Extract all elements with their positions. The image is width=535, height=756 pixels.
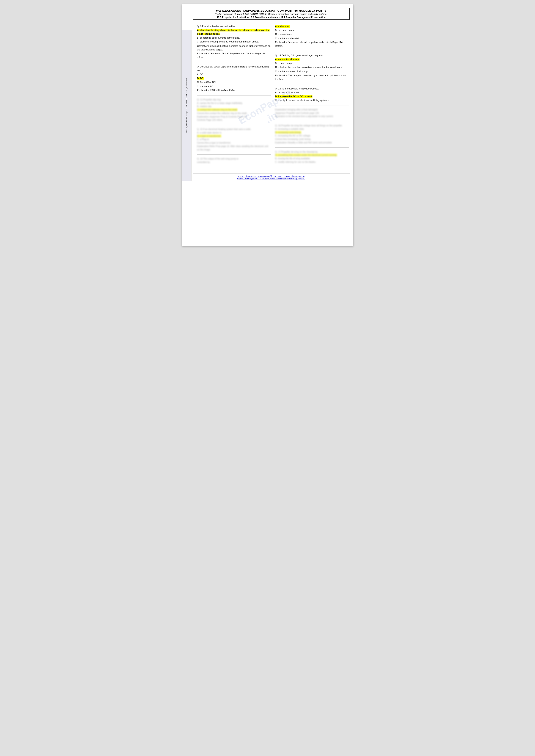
q10-answer-c: C. Both AC or DC. [197, 80, 271, 84]
document-page: DGCAQuestionPapers ( All CAR 66 Module E… [182, 4, 353, 246]
q10-question: Q. 10.Electrical power supplies on large… [197, 65, 271, 72]
q14-correct: Correct Ans-an electrical pump. [275, 69, 349, 73]
q15-question: Q. 15.To increase anti icing effectivene… [275, 87, 349, 91]
footer-link-2[interactable]: E-Mail- a.easa@yahoo.com 9769 3456 74 ww… [193, 177, 350, 180]
header-section: 17.5 Propeller Ice Protection 17.6 Prope… [195, 16, 348, 18]
q13-line2: controlled by. [197, 161, 271, 164]
q9-answer-c: C. electrical heating elements wound aro… [197, 40, 271, 43]
question-10: Q. 10.Electrical power supplies on large… [197, 65, 271, 92]
q14-answer-a: A. an electrical pump. [275, 58, 349, 61]
q17-line3: B. moving the life of icing available. [275, 157, 349, 160]
q11-line5: Correct Ans-contact the collector ring o… [197, 112, 271, 115]
q12-line1: Q. 12.If an electrical Heating system th… [197, 128, 271, 131]
divider-r3 [275, 105, 349, 105]
q11-line7: Controls Page 125 refers. [197, 118, 271, 122]
q13-answer-a-highlighted: A. a rheostat. [275, 25, 290, 28]
q12-line3: B. a type or transformer. [197, 135, 271, 138]
q9-answer-b: B. generating eddy currents in the blade… [197, 36, 271, 40]
q15-answer-b-highlighted: B. increase the AC or DC current. [275, 95, 313, 98]
q12-line6: Explanation.Refer Prop page 10. After cl… [197, 145, 271, 151]
divider-r4 [275, 121, 349, 122]
main-content: Q. 9.Propeller blades are de-iced by. A.… [193, 21, 353, 171]
right-column: A. a rheostat. B. the hand pump. C. a cy… [275, 25, 349, 167]
q13-correct: Correct Ans-a rheostat. [275, 37, 349, 40]
header-subtitle: Visit to download all latest EASA / DGCA… [195, 13, 348, 15]
q13-answer-c: C. a cyclic timer. [275, 32, 349, 36]
q16-line4: C. increasing the AC or DC voltage. [275, 134, 349, 138]
question-15: Q. 15.To increase anti icing effectivene… [275, 87, 349, 102]
question-17-blurred: Q. 17.Propeller de-icing on the rheostat… [275, 150, 349, 164]
q13-line1: Q. 13.The output of the anti icing pump … [197, 157, 271, 161]
left-column: Q. 9.Propeller blades are de-iced by. A.… [197, 25, 271, 167]
q11-line4: C. contact the collector ring on the sha… [197, 108, 271, 112]
q17-line1: Q. 17.Propeller de-icing on the rheostat… [275, 150, 349, 154]
q11-line1: Q. 11.Propeller slip ring. [197, 98, 271, 101]
q10-answer-b: B. DC. [197, 76, 271, 80]
q12-line5: Correct Ans-a type or transformer. [197, 141, 271, 145]
q9-explanation: Explanation.Jepperson Aircraft Propeller… [197, 52, 271, 59]
q16-line6: Explanation Steadily a Slide and Ref cam… [275, 141, 349, 145]
blur-r1-l1: Explanation bringing after a final damag… [275, 108, 349, 111]
question-12-blurred: Q. 12.If an electrical Heating system th… [197, 128, 271, 151]
q10-answer-a: A. AC. [197, 73, 271, 76]
q15-answer-b: B. increase the AC or DC current. [275, 94, 349, 98]
page-footer: visit us at www.easa.in www.easa66.com w… [193, 174, 350, 180]
page-header: WWW.EASAQUESTIONPAPERS.BLOGSPOT.COM PART… [193, 8, 350, 20]
two-column-layout: Q. 9.Propeller blades are de-iced by. A.… [197, 25, 349, 167]
divider-2 [197, 95, 271, 95]
q11-line6: Explanation.Jepperson Prop & Controls Pa… [197, 115, 271, 119]
q13-answer-a: A. a rheostat. [275, 25, 349, 28]
blurred-right-1: Explanation bringing after a final damag… [275, 108, 349, 118]
q11-line2: A. carries the fire in a rotary stage in… [197, 101, 271, 105]
q15-answer-a: A. increase cycle times. [275, 91, 349, 94]
q14-answer-b: B. a hand pump. [275, 62, 349, 65]
q13-explanation: Explanation.Jepperson aircraft propeller… [275, 40, 349, 48]
divider-3 [197, 125, 271, 125]
q15-answer-c: C. use liquid as well as electrical anti… [275, 98, 349, 102]
footer-link-1[interactable]: visit us at www.easa.in www.easa66.com w… [193, 175, 350, 177]
q12-line2: A. a solid state device is. [197, 131, 271, 135]
q14-answer-a-highlighted: A. an electrical pump. [275, 58, 300, 61]
blur-r1-l2: Jepperson Propeller and Controls page 12… [275, 111, 349, 115]
q14-answer-c: C. a tank in the prop hub, providing con… [275, 65, 349, 69]
question-13-right: A. a rheostat. B. the hand pump. C. a cy… [275, 25, 349, 48]
question-14: Q. 14.De-icing fluid goes to a slinger r… [275, 54, 349, 81]
question-9: Q. 9.Propeller blades are de-iced by. A.… [197, 25, 271, 59]
q9-answer-a: A. electrical heating elements bound in … [197, 28, 271, 36]
q12-line4: C. a Plug or. [197, 138, 271, 141]
q10-explanation: Explanation.CAIPs PL leaflets Refer. [197, 89, 271, 92]
q14-explanation: Explanation.The pump is controlled by a … [275, 74, 349, 81]
header-title: WWW.EASAQUESTIONPAPERS.BLOGSPOT.COM PART… [195, 9, 348, 12]
question-16-blurred: Q. 16.Propeller de-icing the voltage doe… [275, 124, 349, 145]
q9-answer-a-highlighted: A. electrical heating elements bound in … [197, 29, 269, 35]
question-13-left-blurred: Q. 13.The output of the anti icing pump … [197, 157, 271, 164]
q16-line5: Correct Ans-increasing cycle timing. [275, 138, 349, 141]
q16-line1: Q. 16.Propeller de-icing the voltage doe… [275, 124, 349, 127]
q16-line2: A. increasing a suitable slide. [275, 127, 349, 131]
q9-correct: Correct Ans-electrical heating elements … [197, 44, 271, 51]
sidebar-text: DGCAQuestionPapers ( All CAR 66 Module E… [185, 78, 187, 133]
q9-question: Q. 9.Propeller blades are de-iced by. [197, 25, 271, 28]
q10-answer-b-highlighted: B. DC. [197, 77, 204, 80]
question-11-blurred: Q. 11.Propeller slip ring. A. carries th… [197, 98, 271, 122]
q16-line3: B. increasing cycle timing. [275, 131, 349, 134]
q13-answer-b: B. the hand pump. [275, 28, 349, 32]
q17-line2: A. something that creates under the elec… [275, 153, 349, 157]
blur-r1-l3: Illustration is the shortest time a adju… [275, 115, 349, 118]
q10-correct: Correct Ans-DC. [197, 85, 271, 88]
q17-line4: C. modify referring for use on the blade… [275, 160, 349, 164]
q14-question: Q. 14.De-icing fluid goes to a slinger r… [275, 54, 349, 57]
q11-line3: B. rotation slip. [197, 105, 271, 108]
sidebar-label: DGCAQuestionPapers ( All CAR 66 Module E… [182, 30, 191, 181]
divider-r2 [275, 84, 349, 84]
